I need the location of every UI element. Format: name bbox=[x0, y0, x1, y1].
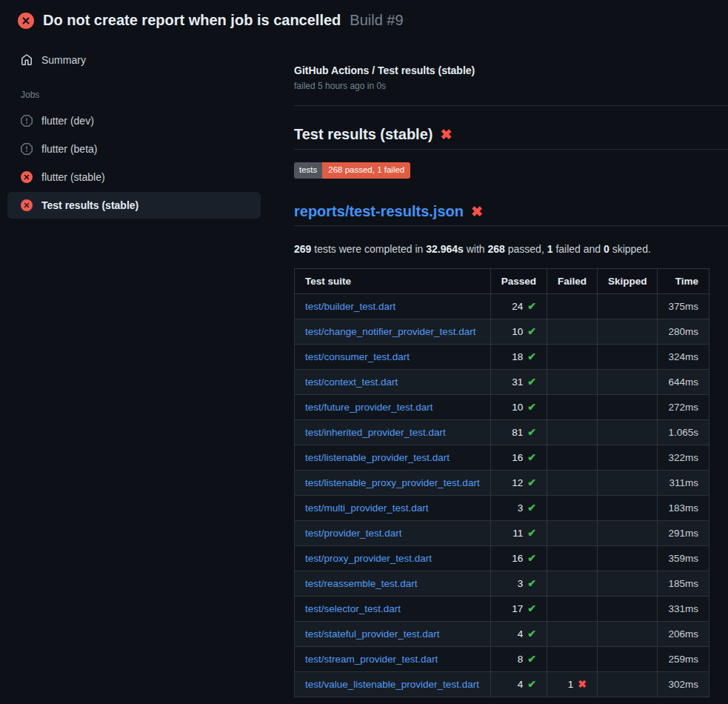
passed-count: 3 bbox=[518, 578, 524, 589]
table-row: test/builder_test.dart24✔375ms bbox=[295, 293, 709, 319]
passed-count: 16 bbox=[512, 553, 523, 564]
failed-cell bbox=[547, 394, 597, 419]
time-cell: 359ms bbox=[658, 545, 709, 571]
passed-count: 18 bbox=[512, 351, 523, 362]
test-suite-link[interactable]: test/builder_test.dart bbox=[305, 301, 395, 312]
skipped-cell bbox=[597, 671, 658, 697]
failed-cell bbox=[547, 470, 597, 495]
failed-cell: 1✖ bbox=[547, 671, 597, 697]
skipped-cell bbox=[597, 470, 658, 495]
column-header-failed: Failed bbox=[547, 268, 597, 293]
passed-count: 24 bbox=[512, 301, 523, 312]
test-suite-cell: test/reassemble_test.dart bbox=[295, 571, 491, 596]
sidebar-item-flutter-beta[interactable]: flutter (beta) bbox=[7, 136, 261, 162]
table-row: test/provider_test.dart11✔291ms bbox=[295, 520, 709, 545]
failed-cell bbox=[547, 319, 597, 344]
test-suite-link[interactable]: test/consumer_test.dart bbox=[305, 351, 410, 362]
failed-cell bbox=[547, 344, 597, 369]
passed-cell: 8✔ bbox=[490, 646, 547, 671]
test-suite-link[interactable]: test/multi_provider_test.dart bbox=[305, 502, 429, 514]
summary-segment: tests were completed in bbox=[311, 243, 426, 255]
test-suite-link[interactable]: test/listenable_proxy_provider_test.dart bbox=[305, 477, 480, 488]
test-suite-link[interactable]: test/value_listenable_provider_test.dart bbox=[305, 679, 479, 690]
failed-cell bbox=[547, 495, 597, 520]
results-table: Test suitePassedFailedSkippedTime test/b… bbox=[294, 268, 709, 697]
passed-count: 10 bbox=[512, 402, 523, 413]
test-suite-link[interactable]: test/provider_test.dart bbox=[305, 528, 402, 539]
summary-segment: 1 bbox=[547, 243, 553, 255]
run-status: failed 5 hours ago in 0s bbox=[294, 81, 728, 91]
cancelled-icon bbox=[21, 143, 33, 155]
check-mark-icon: ✔ bbox=[527, 628, 536, 640]
failed-x-icon: ✖ bbox=[471, 205, 483, 219]
time-cell: 1.065s bbox=[658, 419, 709, 445]
table-row: test/change_notifier_provider_test.dart1… bbox=[295, 319, 709, 344]
test-suite-link[interactable]: test/selector_test.dart bbox=[305, 603, 401, 614]
report-file-link[interactable]: reports/test-results.json bbox=[294, 203, 464, 220]
test-suite-link[interactable]: test/change_notifier_provider_test.dart bbox=[305, 326, 475, 337]
section-heading-label: Test results (stable) bbox=[294, 126, 433, 143]
table-row: test/consumer_test.dart18✔324ms bbox=[295, 344, 709, 369]
passed-cell: 24✔ bbox=[490, 293, 547, 319]
column-header-skipped: Skipped bbox=[597, 268, 658, 293]
sidebar-item-label: flutter (beta) bbox=[41, 143, 97, 155]
test-suite-cell: test/consumer_test.dart bbox=[295, 344, 491, 369]
skipped-cell bbox=[597, 369, 658, 394]
passed-count: 4 bbox=[518, 628, 524, 640]
check-mark-icon: ✔ bbox=[527, 678, 536, 690]
skipped-cell bbox=[597, 520, 658, 545]
summary-segment: with bbox=[464, 243, 488, 255]
table-row: test/stream_provider_test.dart8✔259ms bbox=[295, 646, 709, 671]
test-suite-cell: test/inherited_provider_test.dart bbox=[295, 419, 491, 445]
passed-count: 3 bbox=[518, 502, 524, 514]
summary-segment: skipped. bbox=[610, 243, 651, 255]
failed-cell bbox=[547, 621, 597, 646]
jobs-section-heading: Jobs bbox=[21, 90, 275, 100]
skipped-cell bbox=[597, 646, 658, 671]
test-suite-link[interactable]: test/future_provider_test.dart bbox=[305, 402, 433, 413]
passed-cell: 3✔ bbox=[490, 571, 547, 596]
table-row: test/future_provider_test.dart10✔272ms bbox=[295, 394, 709, 419]
passed-cell: 16✔ bbox=[490, 545, 547, 571]
divider bbox=[294, 105, 728, 106]
badge-value: 268 passed, 1 failed bbox=[322, 162, 410, 179]
column-header-time: Time bbox=[658, 268, 709, 293]
sidebar-item-flutter-dev[interactable]: flutter (dev) bbox=[7, 107, 261, 134]
skipped-cell bbox=[597, 596, 658, 621]
sidebar-item-label: Summary bbox=[41, 54, 86, 66]
table-row: test/reassemble_test.dart3✔185ms bbox=[295, 571, 709, 596]
test-suite-link[interactable]: test/listenable_provider_test.dart bbox=[305, 452, 450, 463]
page-title: Do not create report when job is cancell… bbox=[43, 12, 341, 29]
time-cell: 324ms bbox=[658, 344, 709, 369]
badge-label: tests bbox=[294, 162, 322, 179]
test-suite-link[interactable]: test/reassemble_test.dart bbox=[305, 578, 418, 589]
check-mark-icon: ✔ bbox=[527, 602, 536, 614]
skipped-cell bbox=[597, 621, 658, 646]
sidebar-item-test-results-stable[interactable]: Test results (stable) bbox=[7, 192, 261, 219]
check-mark-icon: ✔ bbox=[527, 300, 536, 312]
skipped-cell bbox=[597, 319, 658, 344]
test-suite-link[interactable]: test/context_test.dart bbox=[305, 376, 398, 388]
sidebar-item-flutter-stable[interactable]: flutter (stable) bbox=[7, 164, 261, 190]
passed-cell: 12✔ bbox=[490, 470, 547, 495]
check-mark-icon: ✔ bbox=[527, 351, 536, 362]
failed-cell bbox=[547, 520, 597, 545]
test-suite-link[interactable]: test/inherited_provider_test.dart bbox=[305, 427, 446, 438]
test-suite-link[interactable]: test/stream_provider_test.dart bbox=[305, 654, 438, 665]
failed-cell bbox=[547, 293, 597, 319]
failed-count: 1 bbox=[568, 679, 574, 690]
cancelled-icon bbox=[21, 115, 33, 127]
test-suite-cell: test/change_notifier_provider_test.dart bbox=[295, 319, 491, 344]
sidebar-item-summary[interactable]: Summary bbox=[7, 47, 261, 73]
test-suite-cell: test/multi_provider_test.dart bbox=[295, 495, 491, 520]
test-suite-link[interactable]: test/stateful_provider_test.dart bbox=[305, 628, 440, 640]
test-suite-link[interactable]: test/proxy_provider_test.dart bbox=[305, 553, 432, 564]
check-mark-icon: ✔ bbox=[527, 451, 536, 463]
check-mark-icon: ✔ bbox=[527, 577, 536, 589]
breadcrumb: GitHub Actions / Test results (stable) bbox=[294, 64, 728, 76]
passed-count: 31 bbox=[512, 376, 523, 388]
skipped-cell bbox=[597, 571, 658, 596]
build-number: Build #9 bbox=[350, 12, 403, 29]
passed-count: 16 bbox=[512, 452, 523, 463]
tests-status-badge: tests 268 passed, 1 failed bbox=[294, 162, 410, 179]
